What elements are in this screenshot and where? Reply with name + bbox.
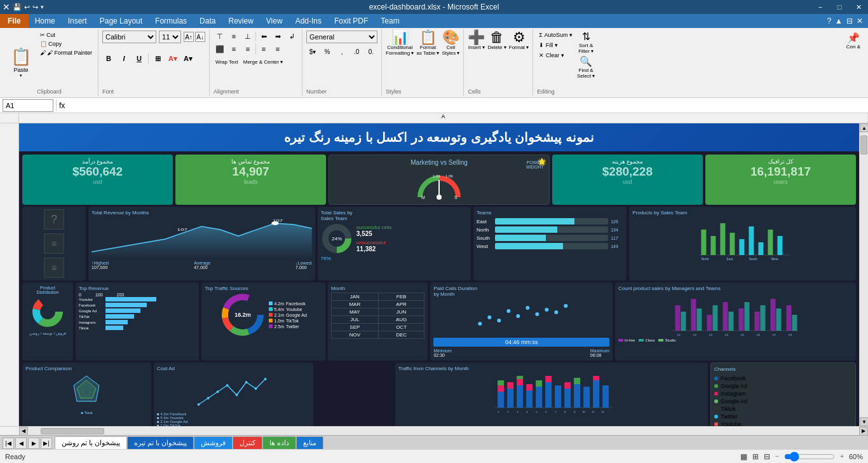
- paste-button[interactable]: 📋 Paste ▾: [6, 31, 36, 95]
- foxit-menu[interactable]: Foxit PDF: [328, 14, 374, 28]
- file-menu[interactable]: File: [0, 14, 29, 28]
- justify-button[interactable]: ≡: [257, 43, 270, 55]
- wrap-text-button[interactable]: Wrap Text: [214, 56, 240, 67]
- svg-text:1/7: 1/7: [773, 333, 776, 336]
- format-table-button[interactable]: 📋 Formatas Table ▾: [417, 31, 440, 65]
- conditional-formatting-button[interactable]: 📊 ConditionalFormatting ▾: [386, 31, 414, 65]
- justify2-button[interactable]: ≡: [271, 43, 284, 55]
- font-name-select[interactable]: Calibri: [102, 31, 156, 43]
- traffic-donut-svg: 16.2m: [220, 293, 265, 337]
- decrease-decimal-button[interactable]: 0.: [365, 46, 377, 57]
- autosum-button[interactable]: Σ AutoSum ▾: [537, 31, 574, 39]
- formulas-menu[interactable]: Formulas: [149, 14, 193, 28]
- border-button[interactable]: ⊞: [151, 52, 164, 65]
- undo-button[interactable]: ↩: [24, 3, 30, 11]
- insert-button[interactable]: ➕ Insert ▾: [468, 31, 485, 59]
- last-tab-button[interactable]: ▶|: [41, 438, 52, 449]
- save-button[interactable]: 💾: [13, 3, 22, 11]
- increase-font-button[interactable]: A↑: [184, 32, 194, 42]
- formula-input[interactable]: [67, 99, 865, 112]
- bold-button[interactable]: B: [102, 52, 115, 65]
- horizontal-scrollbar: ◀ ▶: [0, 426, 868, 435]
- page-layout-menu[interactable]: Page Layout: [93, 14, 149, 28]
- redo-button[interactable]: ↪: [32, 3, 38, 11]
- bottom-align-button[interactable]: ⊥: [241, 31, 254, 42]
- center-align-button[interactable]: ≡: [227, 43, 240, 55]
- customize-qat-button[interactable]: ▾: [41, 4, 44, 10]
- decrease-font-button[interactable]: A↓: [195, 32, 205, 42]
- increase-decimal-button[interactable]: .0: [350, 46, 363, 57]
- sheet-tab-dark[interactable]: پیشخوان با تم تیره: [127, 436, 194, 449]
- home-menu[interactable]: Home: [29, 14, 62, 28]
- italic-button[interactable]: I: [118, 52, 130, 65]
- restore-ribbon-icon[interactable]: ⊟: [846, 17, 853, 25]
- left-align-button[interactable]: ⬛: [214, 43, 226, 55]
- zoom-plus-button[interactable]: +: [840, 453, 844, 460]
- traffic-channels-chart: Traffic from Channels by Month: [395, 363, 708, 426]
- zoom-level[interactable]: 60%: [849, 453, 863, 460]
- close-button[interactable]: ✕: [849, 0, 868, 14]
- view-layout-button[interactable]: ⊞: [752, 452, 759, 461]
- help-icon[interactable]: ?: [827, 17, 831, 25]
- fill-color-button[interactable]: A▾: [166, 52, 179, 65]
- zoom-slider[interactable]: [784, 453, 835, 460]
- prev-tab-button[interactable]: ◀: [15, 438, 27, 449]
- svg-text:South: South: [749, 257, 757, 261]
- first-tab-button[interactable]: |◀: [3, 438, 14, 449]
- zoom-minus-button[interactable]: −: [775, 453, 779, 460]
- right-align-button[interactable]: ≡: [241, 43, 254, 55]
- middle-align-button[interactable]: ≡: [227, 31, 240, 42]
- next-tab-button[interactable]: ▶: [28, 438, 39, 449]
- view-menu[interactable]: View: [260, 14, 289, 28]
- team-menu[interactable]: Team: [374, 14, 405, 28]
- format-button[interactable]: ⚙ Format ▾: [509, 31, 529, 59]
- indent-increase-button[interactable]: ➡: [271, 31, 284, 42]
- merge-center-button[interactable]: Merge & Center ▾: [241, 56, 285, 67]
- sheet-tab-resources[interactable]: منابع: [296, 436, 323, 449]
- delete-button[interactable]: 🗑 Delete ▾: [487, 31, 506, 59]
- svg-rect-96: [536, 380, 542, 387]
- addins-menu[interactable]: Add-Ins: [289, 14, 328, 28]
- review-menu[interactable]: Review: [222, 14, 259, 28]
- sheet-tab-light[interactable]: پیشخوان با تم روشن: [55, 436, 127, 449]
- minimize-button[interactable]: −: [811, 0, 830, 14]
- sort-filter-button[interactable]: ⇅ Sort &Filter ▾: [577, 31, 595, 54]
- format-painter-button[interactable]: 🖌 🖌 Format Painter: [38, 48, 94, 57]
- close-excel-icon[interactable]: ✕: [857, 17, 863, 25]
- fx-button[interactable]: fx: [59, 101, 65, 110]
- font-color-button[interactable]: A▾: [182, 52, 194, 65]
- sheet-tab-data[interactable]: داده ها: [262, 436, 296, 449]
- comma-button[interactable]: ,: [336, 46, 348, 57]
- fill-button[interactable]: ⬇ Fill ▾: [537, 41, 574, 50]
- maximize-button[interactable]: □: [830, 0, 849, 14]
- data-menu[interactable]: Data: [193, 14, 222, 28]
- scroll-right-button[interactable]: ▶: [859, 427, 868, 436]
- name-box[interactable]: [3, 99, 53, 112]
- clear-button[interactable]: ✕ Clear ▾: [537, 51, 574, 60]
- scroll-thumb[interactable]: [860, 135, 867, 155]
- top-traffic-chart: Top Traffic Sources 16.2m: [201, 282, 325, 361]
- text-direction-button[interactable]: ↲: [285, 31, 298, 42]
- cell-styles-button[interactable]: 🎨 CellStyles ▾: [442, 31, 459, 65]
- scroll-down-button[interactable]: ▼: [860, 417, 868, 426]
- copy-button[interactable]: 📋 Copy: [38, 39, 94, 48]
- number-format-select[interactable]: General: [306, 31, 377, 43]
- scroll-up-button[interactable]: ▲: [860, 123, 868, 132]
- view-break-button[interactable]: ⊟: [764, 452, 770, 461]
- sheet-tab-control[interactable]: کنترل: [233, 436, 262, 449]
- find-select-button[interactable]: 🔍 Find &Select ▾: [577, 55, 595, 79]
- menu-icon: ≡: [51, 238, 57, 249]
- font-size-select[interactable]: 11: [159, 31, 181, 43]
- indent-decrease-button[interactable]: ⬅: [257, 31, 270, 42]
- accounting-format-button[interactable]: $▾: [306, 46, 319, 57]
- cut-button[interactable]: ✂ Cut: [38, 31, 94, 39]
- view-normal-button[interactable]: ▦: [740, 452, 747, 461]
- insert-menu[interactable]: Insert: [62, 14, 93, 28]
- percent-button[interactable]: %: [321, 46, 334, 57]
- underline-button[interactable]: U: [133, 52, 146, 65]
- minimize-ribbon-icon[interactable]: ▲: [835, 17, 843, 25]
- scroll-left-button[interactable]: ◀: [19, 427, 28, 436]
- h-scroll-thumb[interactable]: [41, 428, 104, 434]
- top-align-button[interactable]: ⊤: [214, 31, 226, 42]
- sheet-tab-sales[interactable]: فروشش: [194, 436, 233, 449]
